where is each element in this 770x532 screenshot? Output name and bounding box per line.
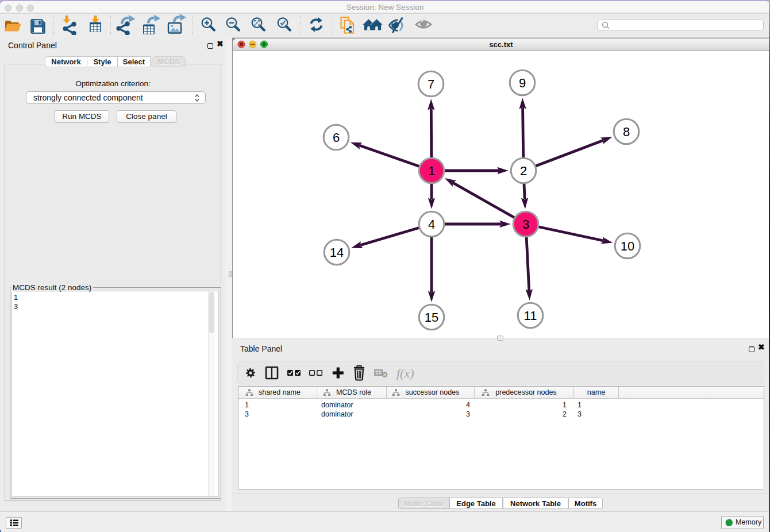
svg-text:15: 15 <box>425 310 438 325</box>
svg-text:6: 6 <box>333 130 340 145</box>
svg-text:8: 8 <box>623 125 630 139</box>
svg-text:f(x): f(x) <box>396 366 414 380</box>
svg-text:1: 1 <box>428 164 435 178</box>
svg-text:11: 11 <box>524 309 537 323</box>
svg-text:9: 9 <box>519 76 526 90</box>
svg-text:7: 7 <box>428 77 434 91</box>
svg-text:10: 10 <box>621 239 634 253</box>
svg-text:14: 14 <box>330 245 344 260</box>
svg-text:4: 4 <box>428 217 435 232</box>
svg-text:3: 3 <box>522 217 529 232</box>
svg-text:2: 2 <box>520 164 527 178</box>
